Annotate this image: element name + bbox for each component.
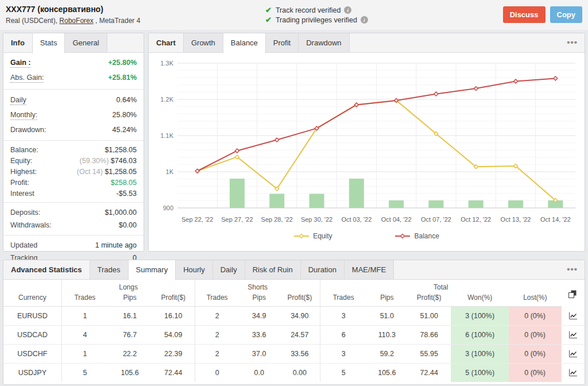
value-cell: 0 (0%) <box>509 326 561 345</box>
adv-tab-duration[interactable]: Duration <box>300 260 345 279</box>
value-cell: 37.0 <box>239 345 280 364</box>
info-tab-general[interactable]: General <box>64 33 107 52</box>
row-chart-icon[interactable] <box>561 307 585 326</box>
stat-label: Equity: <box>10 157 32 165</box>
stats-divider <box>3 89 144 90</box>
stat-label: Deposits: <box>10 209 40 217</box>
stat-value-prefix: (Oct 14) <box>77 168 105 176</box>
advanced-statistics-panel: Advanced Statistics TradesSummaryHourlyD… <box>3 260 585 385</box>
account-title: XXX777 (консервативно) <box>6 5 265 14</box>
stat-value: (59.30%) $746.03 <box>80 157 137 165</box>
stat-label: Daily <box>10 96 26 105</box>
value-cell: 3 <box>320 307 366 326</box>
chart-body: 9001K1.1K1.2K1.3KSep 22, '22Sep 27, '22S… <box>149 53 585 240</box>
copy-button[interactable]: Copy <box>550 6 583 23</box>
column-header-pips: Pips <box>366 292 407 307</box>
svg-text:Oct 04, '22: Oct 04, '22 <box>381 216 412 223</box>
table-row-usdcad: USDCAD476.754.09233.624.576110.378.666 (… <box>3 326 585 345</box>
currency-cell: USDJPY <box>3 364 61 383</box>
value-cell: 6 (100%) <box>451 326 509 345</box>
stat-row-equity: Equity:(59.30%) $746.03 <box>3 155 144 166</box>
adv-tab-mae-mfe[interactable]: MAE/MFE <box>344 260 394 279</box>
stat-value: +25.80% <box>108 59 137 67</box>
stat-row-profit: Profit:$258.05 <box>3 177 144 188</box>
table-group-header-row: Longs Shorts Total <box>3 280 585 292</box>
column-header-profit: Profit($) <box>152 292 195 307</box>
value-cell: 16.1 <box>108 307 152 326</box>
value-cell: 78.66 <box>407 326 451 345</box>
svg-text:900: 900 <box>163 204 173 211</box>
value-cell: 0 (0%) <box>509 364 561 383</box>
stat-row-daily: Daily0.64% <box>3 93 144 108</box>
stat-value: $0.00 <box>119 221 137 229</box>
row-chart-icon[interactable] <box>561 364 585 383</box>
svg-text:Oct 07, '22: Oct 07, '22 <box>421 216 451 223</box>
stat-value: (Oct 14) $1,258.05 <box>77 168 137 176</box>
info-icon[interactable] <box>361 16 368 24</box>
stat-label: Monthly: <box>10 111 37 120</box>
svg-text:Sep 28, '22: Sep 28, '22 <box>261 216 293 223</box>
adv-tab-risk-of-ruin[interactable]: Risk of Ruin <box>245 260 301 279</box>
chart-tab-profit[interactable]: Profit <box>265 33 299 52</box>
info-panel-tabs: StatsGeneral <box>32 33 107 52</box>
stat-value-prefix: (59.30%) <box>80 157 111 165</box>
page: XXX777 (консервативно) Real (USDCent), R… <box>0 0 588 386</box>
value-cell: 54.09 <box>152 326 195 345</box>
value-cell: 105.6 <box>108 364 152 383</box>
value-cell: 34.9 <box>239 307 280 326</box>
value-cell: 5 (100%) <box>451 364 509 383</box>
trading-privileges-verified-row: ✔ Trading privileges verified <box>265 16 368 24</box>
track-record-verified-row: ✔ Track record verified <box>265 6 368 14</box>
balance-equity-chart[interactable]: 9001K1.1K1.2K1.3KSep 22, '22Sep 27, '22S… <box>153 56 580 227</box>
column-header-trades: Trades <box>61 292 108 307</box>
ellipsis-menu-icon[interactable] <box>560 260 585 279</box>
stats-divider <box>3 202 144 203</box>
ellipsis-menu-icon[interactable] <box>560 33 585 52</box>
adv-tab-trades[interactable]: Trades <box>90 260 129 279</box>
chart-tab-growth[interactable]: Growth <box>183 33 223 52</box>
track-record-verified-label: Track record verified <box>276 6 341 14</box>
adv-tab-daily[interactable]: Daily <box>212 260 245 279</box>
table-row-usdjpy: USDJPY5105.672.4400.00.005105.672.445 (1… <box>3 364 585 383</box>
value-cell: 3 (100%) <box>451 307 509 326</box>
export-copy-icon[interactable] <box>561 280 585 307</box>
verification-badges: ✔ Track record verified ✔ Trading privil… <box>265 5 368 25</box>
stat-row-interest: Interest-$5.53 <box>3 188 144 199</box>
chart-tab-drawdown[interactable]: Drawdown <box>298 33 349 52</box>
stat-value: +25.81% <box>108 74 137 82</box>
value-cell: 0 (0%) <box>509 307 561 326</box>
broker-link[interactable]: RoboForex <box>59 17 93 25</box>
column-header-pips: Pips <box>239 292 280 307</box>
stat-value: 45.24% <box>113 126 137 134</box>
svg-text:1.1K: 1.1K <box>160 132 173 139</box>
info-icon[interactable] <box>344 6 351 14</box>
stat-row-drawdown: Drawdown:45.24% <box>3 123 144 137</box>
stat-row-abs-gain: Abs. Gain:+25.81% <box>3 71 144 86</box>
row-chart-icon[interactable] <box>561 326 585 345</box>
value-cell: 3 <box>320 345 366 364</box>
stat-value: 25.80% <box>113 111 137 119</box>
value-cell: 59.2 <box>366 345 407 364</box>
info-tab-stats[interactable]: Stats <box>32 33 65 53</box>
info-panel-label: Info <box>3 33 32 52</box>
column-header-lost: Lost(%) <box>509 292 561 307</box>
value-cell: 51.0 <box>366 307 407 326</box>
value-cell: 0 (0%) <box>509 345 561 364</box>
stat-label: Withdrawals: <box>10 221 52 229</box>
value-cell: 72.44 <box>152 364 195 383</box>
adv-tab-hourly[interactable]: Hourly <box>175 260 213 279</box>
stat-row-deposits: Deposits:$1,000.00 <box>3 206 144 219</box>
adv-tab-summary[interactable]: Summary <box>128 260 176 280</box>
chart-tab-balance[interactable]: Balance <box>223 33 266 53</box>
row-chart-icon[interactable] <box>561 345 585 364</box>
stat-row-updated: Updated1 minute ago <box>3 239 144 252</box>
legend-item-balance: Balance <box>395 232 439 240</box>
column-header-profit: Profit($) <box>280 292 320 307</box>
chart-panel: Chart GrowthBalanceProfitDrawdown 9001K1… <box>148 33 585 252</box>
discuss-button[interactable]: Discuss <box>503 6 546 23</box>
value-cell: 110.3 <box>366 326 407 345</box>
stat-label: Updated <box>10 241 37 249</box>
stat-label: Balance: <box>10 146 38 154</box>
value-cell: 105.6 <box>366 364 407 383</box>
stat-value: $258.05 <box>111 179 137 187</box>
